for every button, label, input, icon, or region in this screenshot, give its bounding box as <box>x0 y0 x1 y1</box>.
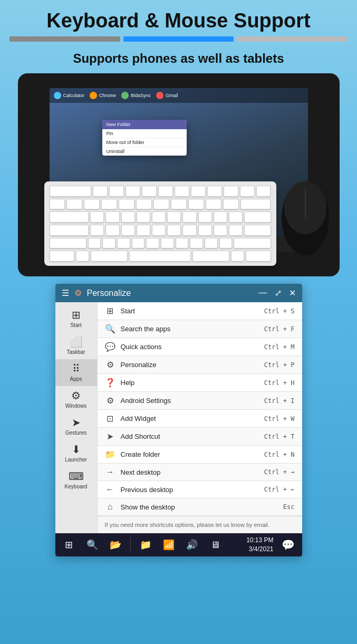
key-f1 <box>93 186 108 197</box>
sidebar-item-launcher[interactable]: ⬇ Launcher <box>55 440 97 467</box>
shortcut-icon-quick: 💬 <box>105 342 115 352</box>
shortcut-key-start: Ctrl + S <box>264 307 295 315</box>
key-f2 <box>109 186 124 197</box>
key-backspace <box>240 199 271 210</box>
progress-bar-1 <box>9 36 120 42</box>
key-g <box>152 225 166 236</box>
maximize-button[interactable]: ⤢ <box>275 288 282 298</box>
key-9 <box>206 199 221 210</box>
key-o <box>214 212 227 223</box>
shortcut-row-next: → Next desktop Ctrl + → <box>98 464 302 481</box>
shortcut-icon-search: 🔍 <box>105 324 115 334</box>
sidebar-item-keyboard[interactable]: ⌨ Keyboard <box>55 467 97 494</box>
context-menu: New Folder Pin Move out of folder Uninst… <box>102 120 187 156</box>
taskbar-search-btn[interactable]: 🔍 <box>84 536 101 553</box>
hamburger-icon[interactable]: ☰ <box>62 288 69 298</box>
chrome-icon: Chrome <box>90 92 116 99</box>
taskbar-sidebar-label: Taskbar <box>66 349 85 355</box>
key-f4 <box>142 186 157 197</box>
shortcut-label-start: Start <box>121 307 259 315</box>
key-l <box>214 225 227 236</box>
key-ctrl-r <box>246 251 271 262</box>
shortcut-key-search: Ctrl + F <box>264 325 295 333</box>
shortcut-label-help: Help <box>121 379 259 387</box>
minimize-button[interactable]: — <box>259 288 267 298</box>
taskbar-display-btn[interactable]: 🖥 <box>207 536 224 553</box>
taskbar-start-btn[interactable]: ⊞ <box>61 536 78 553</box>
window-controls: — ⤢ ✕ <box>259 288 296 298</box>
gestures-sidebar-icon: ➤ <box>72 417 81 428</box>
taskbar-volume-btn[interactable]: 🔊 <box>184 536 200 553</box>
taskbar-wifi-btn[interactable]: 📶 <box>160 536 177 553</box>
taskbar-chat-btn[interactable]: 💬 <box>280 536 297 553</box>
shortcut-row-prev: ← Previous desktop Ctrl + ← <box>98 481 302 498</box>
sidebar-item-taskbar[interactable]: ⬜ Taskbar <box>55 332 97 359</box>
shortcut-icon-folder: 📁 <box>105 449 115 459</box>
sidebar-item-gestures[interactable]: ➤ Gestures <box>55 413 97 440</box>
shortcut-icon-prev: ← <box>105 485 115 494</box>
key-esc <box>50 186 92 197</box>
key-v <box>132 238 145 249</box>
taskbar-date-value: 3/4/2021 <box>246 545 273 554</box>
apps-sidebar-icon: ⠿ <box>72 363 80 374</box>
window-footer: If you need more shortcuts options, plea… <box>98 516 302 533</box>
page-subtitle: Supports phones as well as tablets <box>0 49 357 73</box>
key-f11 <box>256 186 271 197</box>
key-b <box>146 238 159 249</box>
key-d <box>121 225 135 236</box>
shortcut-key-widget: Ctrl + W <box>264 415 295 422</box>
key-e <box>121 212 135 223</box>
titlebar-left: ☰ ⚙ Personalize <box>62 288 131 298</box>
key-comma <box>190 238 203 249</box>
sidebar-item-windows[interactable]: ⚙ Windows <box>55 386 97 413</box>
key-y <box>167 212 181 223</box>
key-t <box>152 212 166 223</box>
taskbar-folder-btn[interactable]: 📂 <box>107 536 124 553</box>
window-titlebar: ☰ ⚙ Personalize — ⤢ ✕ <box>55 284 302 302</box>
shortcut-icon-start: ⊞ <box>105 306 115 316</box>
key-p <box>229 212 243 223</box>
key-w <box>105 212 119 223</box>
shortcut-key-desktop: Esc <box>283 503 295 511</box>
key-f6 <box>175 186 189 197</box>
shortcut-label-folder: Create folder <box>121 450 259 458</box>
key-semi <box>229 225 243 236</box>
key-ctrl <box>50 251 75 262</box>
taskbar-folder2-btn[interactable]: 📁 <box>137 536 154 553</box>
key-0 <box>223 199 239 210</box>
key-3 <box>101 199 117 210</box>
window-taskbar: ⊞ 🔍 📂 📁 📶 🔊 🖥 10:13 PM 3/4/2021 💬 <box>55 533 302 556</box>
mouse <box>276 176 334 261</box>
key-a <box>90 225 104 236</box>
shortcut-label-personalize: Personalize <box>121 361 259 369</box>
start-sidebar-icon: ⊞ <box>72 310 81 320</box>
sidebar-item-start[interactable]: ⊞ Start <box>55 305 97 332</box>
window-body: ⊞ Start ⬜ Taskbar ⠿ Apps ⚙ Windows ➤ Ges… <box>55 302 302 533</box>
close-button[interactable]: ✕ <box>289 288 296 298</box>
taskbar-datetime: 10:13 PM 3/4/2021 <box>246 536 273 554</box>
key-7 <box>171 199 187 210</box>
key-s <box>105 225 119 236</box>
key-f3 <box>126 186 140 197</box>
gestures-sidebar-label: Gestures <box>65 430 87 436</box>
key-tab <box>50 212 89 223</box>
launcher-sidebar-icon: ⬇ <box>72 444 81 455</box>
window-sidebar: ⊞ Start ⬜ Taskbar ⠿ Apps ⚙ Windows ➤ Ges… <box>55 302 98 533</box>
key-h <box>167 225 181 236</box>
shortcut-icon-add: ➤ <box>105 431 115 441</box>
shortcut-label-widget: Add Widget <box>121 415 259 422</box>
window-title: Personalize <box>87 289 131 298</box>
shortcut-key-prev: Ctrl + ← <box>264 486 295 493</box>
context-menu-move: Move out of folder <box>102 138 187 147</box>
key-f9 <box>224 186 238 197</box>
taskbar-time-value: 10:13 PM <box>246 536 273 545</box>
key-n <box>161 238 174 249</box>
tablet-photo: Calculator Chrome BidaSync Gmail New Fol… <box>18 73 340 276</box>
progress-bar-3 <box>237 36 348 42</box>
shortcut-key-personalize: Ctrl + P <box>264 361 295 369</box>
context-menu-pin: Pin <box>102 129 187 138</box>
sidebar-item-apps[interactable]: ⠿ Apps <box>55 359 97 386</box>
key-i <box>198 212 212 223</box>
desktop-top-bar: Calculator Chrome BidaSync Gmail <box>50 88 308 103</box>
key-m <box>176 238 189 249</box>
